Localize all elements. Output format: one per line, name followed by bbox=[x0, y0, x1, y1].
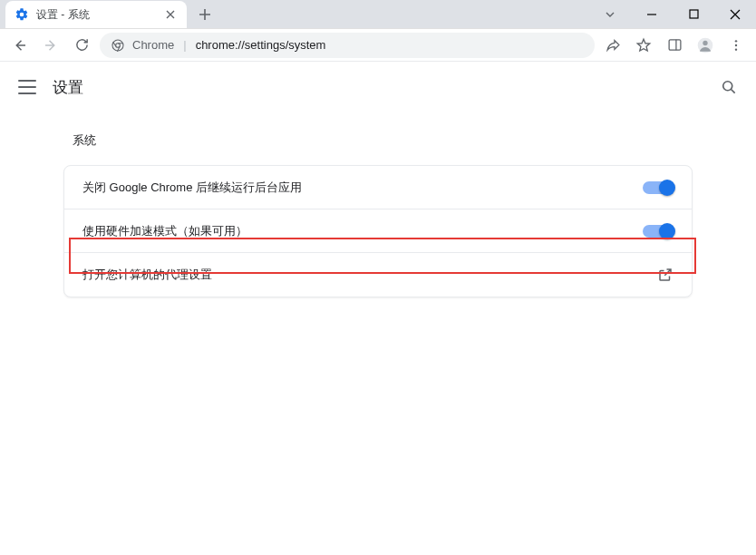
settings-page-title: 设置 bbox=[53, 77, 83, 98]
chrome-logo-icon bbox=[111, 38, 125, 53]
window-close-button[interactable] bbox=[714, 0, 756, 29]
omnibox-path: chrome://settings/system bbox=[196, 38, 326, 52]
side-panel-icon[interactable] bbox=[662, 33, 687, 58]
menu-hamburger-icon[interactable] bbox=[18, 80, 36, 94]
tab-strip: 设置 - 系统 bbox=[0, 0, 589, 28]
svg-point-5 bbox=[703, 40, 707, 44]
tab-title: 设置 - 系统 bbox=[36, 7, 156, 23]
omnibox[interactable]: Chrome | chrome://settings/system bbox=[100, 33, 595, 58]
nav-forward-button[interactable] bbox=[38, 33, 63, 58]
nav-reload-button[interactable] bbox=[69, 33, 94, 58]
row-hardware-accel[interactable]: 使用硬件加速模式（如果可用） bbox=[64, 209, 692, 253]
svg-point-8 bbox=[735, 48, 737, 50]
nav-back-button[interactable] bbox=[7, 33, 33, 58]
browser-tab[interactable]: 设置 - 系统 bbox=[5, 1, 187, 28]
open-external-icon[interactable] bbox=[657, 267, 674, 283]
svg-point-6 bbox=[735, 40, 737, 42]
svg-rect-3 bbox=[669, 40, 681, 50]
tab-close-icon[interactable] bbox=[163, 7, 178, 22]
settings-header: 设置 bbox=[0, 62, 756, 112]
toggle-hardware-accel[interactable] bbox=[643, 225, 674, 238]
share-icon[interactable] bbox=[600, 33, 625, 58]
svg-point-7 bbox=[735, 44, 737, 45]
system-settings-card: 关闭 Google Chrome 后继续运行后台应用 使用硬件加速模式（如果可用… bbox=[63, 165, 693, 297]
settings-gear-icon bbox=[15, 7, 29, 22]
profile-avatar-icon[interactable] bbox=[693, 33, 718, 58]
new-tab-button[interactable] bbox=[192, 2, 218, 27]
kebab-menu-icon[interactable] bbox=[723, 33, 749, 58]
row-label: 关闭 Google Chrome 后继续运行后台应用 bbox=[82, 180, 632, 196]
section-label-system: 系统 bbox=[63, 120, 693, 165]
row-label: 使用硬件加速模式（如果可用） bbox=[82, 223, 632, 239]
row-proxy-settings[interactable]: 打开您计算机的代理设置 bbox=[64, 253, 692, 297]
svg-point-9 bbox=[723, 82, 732, 91]
window-controls bbox=[589, 0, 756, 28]
window-minimize-button[interactable] bbox=[631, 0, 673, 29]
window-titlebar: 设置 - 系统 bbox=[0, 0, 756, 29]
window-maximize-button[interactable] bbox=[673, 0, 714, 29]
row-label: 打开您计算机的代理设置 bbox=[82, 267, 646, 283]
toggle-background-apps[interactable] bbox=[643, 181, 674, 194]
omnibox-separator: | bbox=[183, 38, 186, 52]
browser-toolbar: Chrome | chrome://settings/system bbox=[0, 29, 756, 62]
row-background-apps[interactable]: 关闭 Google Chrome 后继续运行后台应用 bbox=[64, 166, 692, 209]
annotation-arrow bbox=[0, 297, 756, 555]
search-icon[interactable] bbox=[720, 78, 738, 96]
caption-chevron-icon[interactable] bbox=[589, 9, 631, 20]
settings-content: 系统 关闭 Google Chrome 后继续运行后台应用 使用硬件加速模式（如… bbox=[0, 112, 756, 297]
omnibox-host: Chrome bbox=[132, 38, 174, 52]
bookmark-star-icon[interactable] bbox=[631, 33, 656, 58]
svg-rect-0 bbox=[690, 10, 698, 18]
